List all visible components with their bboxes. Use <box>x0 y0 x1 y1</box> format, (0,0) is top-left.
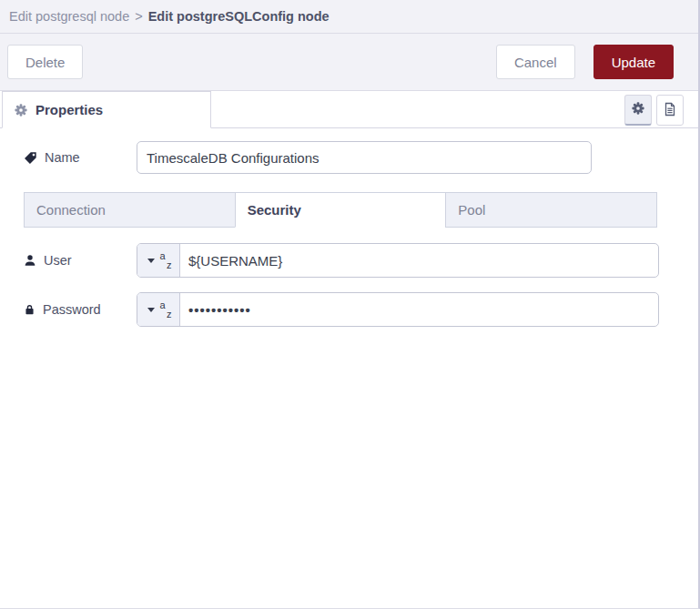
tab-properties[interactable]: Properties <box>2 91 211 128</box>
user-row: User a z <box>24 243 675 278</box>
string-type-letter-a: a <box>160 299 166 310</box>
string-type-icon: a z <box>160 300 170 319</box>
user-label-text: User <box>44 253 72 268</box>
dialog-header: Edit postgresql node > Edit postgreSQLCo… <box>0 0 698 91</box>
password-type-select-button[interactable]: a z <box>137 293 180 326</box>
tab-properties-label: Properties <box>36 102 103 117</box>
gear-icon <box>632 102 644 117</box>
name-input[interactable] <box>137 141 592 174</box>
panel-icon-buttons <box>624 95 684 126</box>
config-tabs: Connection Security Pool <box>24 192 657 228</box>
dialog-toolbar: Delete Cancel Update <box>0 34 698 91</box>
breadcrumb-separator: > <box>135 9 142 24</box>
name-row: Name <box>24 141 675 174</box>
breadcrumb-parent[interactable]: Edit postgresql node <box>9 9 129 24</box>
edit-node-dialog: Edit postgresql node > Edit postgreSQLCo… <box>0 0 700 609</box>
node-description-button[interactable] <box>656 95 684 126</box>
chevron-down-icon <box>147 308 155 312</box>
tab-pool[interactable]: Pool <box>445 192 657 228</box>
lock-icon <box>24 303 36 316</box>
cancel-button[interactable]: Cancel <box>496 45 575 79</box>
user-typed-input: a z <box>137 243 659 278</box>
user-input[interactable] <box>180 244 658 277</box>
breadcrumb: Edit postgresql node > Edit postgreSQLCo… <box>0 0 698 34</box>
document-icon <box>663 102 677 119</box>
tag-icon <box>24 151 37 165</box>
password-row: Password a z <box>24 292 675 327</box>
panel-tabbar: Properties <box>0 91 698 128</box>
name-label-text: Name <box>45 150 80 165</box>
password-label: Password <box>24 302 137 317</box>
node-settings-button[interactable] <box>624 95 652 126</box>
string-type-letter-z: z <box>167 259 172 270</box>
password-input[interactable] <box>180 293 658 326</box>
string-type-letter-a: a <box>160 250 166 261</box>
password-typed-input: a z <box>137 292 659 327</box>
gear-icon <box>15 104 27 117</box>
string-type-letter-z: z <box>167 309 172 320</box>
name-label: Name <box>24 150 137 165</box>
user-icon <box>24 254 36 267</box>
user-type-select-button[interactable]: a z <box>137 244 180 277</box>
tab-connection[interactable]: Connection <box>24 192 236 228</box>
password-label-text: Password <box>43 302 101 317</box>
update-button[interactable]: Update <box>593 45 674 79</box>
chevron-down-icon <box>147 259 155 263</box>
breadcrumb-current: Edit postgreSQLConfig node <box>148 9 330 24</box>
user-label: User <box>24 253 137 268</box>
delete-button[interactable]: Delete <box>7 45 83 79</box>
node-config-form: Name Connection Security Pool User <box>0 128 698 327</box>
tab-security[interactable]: Security <box>235 192 447 228</box>
string-type-icon: a z <box>160 251 170 269</box>
